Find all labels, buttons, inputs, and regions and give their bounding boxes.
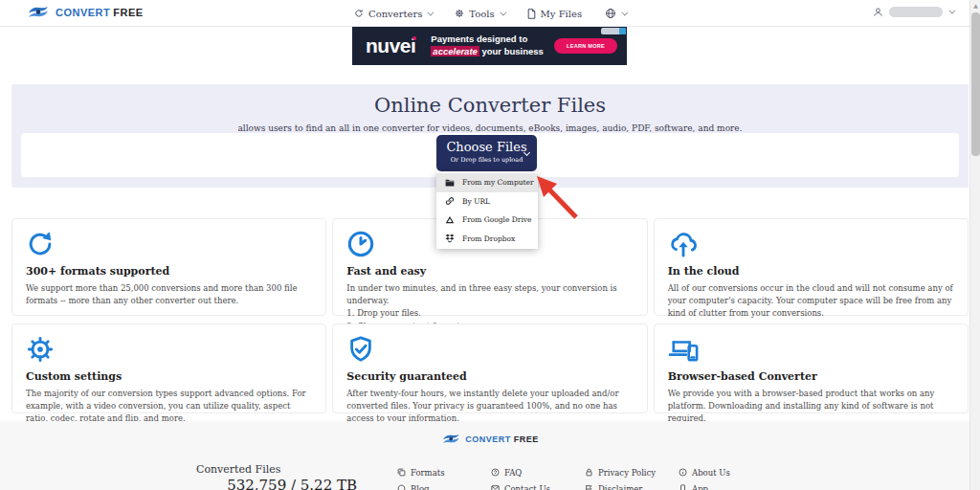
feature-card-browser: Browser-based Converter We provide you w… [654, 323, 969, 413]
ad-copy: Payments designed to accelerate your bus… [431, 33, 544, 58]
refresh-icon [26, 230, 312, 258]
footer-link-faq[interactable]: FAQ [491, 468, 585, 478]
question-circle-icon [491, 468, 500, 477]
stats-value: 532,759 / 5.22 TB [196, 477, 357, 490]
page-subtitle: allows users to find an all in one conve… [11, 123, 969, 133]
footer-logo[interactable]: CONVERTFREE [441, 433, 539, 445]
nuvei-logo: nuvei [366, 34, 415, 57]
footer-link-app[interactable]: App [679, 484, 772, 490]
feature-card-settings: Custom settings The majority of our conv… [11, 323, 326, 413]
adchoices-badge-icon[interactable] [601, 28, 626, 34]
language-selector[interactable] [605, 8, 626, 19]
globe-icon [605, 8, 616, 19]
user-account-menu[interactable] [873, 7, 953, 17]
converters-cycle-icon [354, 9, 364, 18]
page-title: Online Converter Files [11, 84, 969, 117]
footer-link-disclaimer[interactable]: Disclaimer [585, 484, 679, 490]
person-icon [873, 7, 883, 17]
lock-icon [585, 468, 593, 477]
devices-icon [668, 335, 954, 364]
top-navbar: CONVERTFREE Converters Tools [0, 0, 980, 27]
learn-more-button[interactable]: LEARN MORE [554, 38, 617, 54]
chevron-down-icon [500, 9, 506, 15]
footer-link-formats[interactable]: Formats [397, 468, 491, 478]
folder-icon [445, 178, 455, 187]
shield-check-icon [346, 335, 633, 364]
scrollbar-thumb[interactable] [971, 12, 980, 156]
chevron-down-icon [948, 8, 955, 14]
gear-icon [455, 9, 464, 18]
menu-item-from-google-drive[interactable]: From Google Drive [436, 211, 538, 230]
scrollbar-up-arrow[interactable]: ▲ [972, 2, 979, 9]
link-icon [445, 196, 455, 206]
site-logo[interactable]: CONVERTFREE [27, 5, 144, 19]
info-circle-icon [679, 468, 687, 477]
feature-card-cloud: In the cloud All of our conversions occu… [654, 218, 969, 316]
convertfree-swirl-icon [441, 433, 460, 445]
chevron-down-icon [621, 9, 628, 15]
feature-card-security: Security guaranteed After twenty-four ho… [332, 323, 647, 413]
upload-source-menu: From my Computer By URL From Google Driv… [436, 172, 538, 249]
footer-links: Formats Blog FAQ Contact Us [397, 464, 772, 490]
google-drive-icon [445, 215, 455, 224]
chat-bubble-icon [397, 484, 406, 490]
file-icon [527, 9, 536, 19]
footer-link-blog[interactable]: Blog [397, 484, 491, 490]
cloud-upload-icon [668, 230, 954, 258]
converted-files-stats: Converted Files 532,759 / 5.22 TB [196, 463, 357, 490]
red-pointer-arrow [534, 175, 584, 223]
chevron-down-icon [428, 9, 434, 15]
flag-icon [585, 484, 593, 490]
menu-item-from-my-computer[interactable]: From my Computer [436, 173, 538, 192]
footer-link-privacy[interactable]: Privacy Policy [585, 468, 679, 478]
feature-card-formats: 300+ formats supported We support more t… [11, 218, 326, 316]
menu-item-by-url[interactable]: By URL [436, 192, 538, 212]
phone-icon [679, 484, 687, 490]
footer: CONVERTFREE Converted Files 532,759 / 5.… [0, 421, 980, 490]
page-scrollbar[interactable]: ▲ [969, 0, 980, 490]
main-nav: Converters Tools My Files [354, 0, 626, 27]
username-redacted [889, 7, 943, 17]
gear-icon [26, 335, 312, 364]
convertfree-swirl-icon [27, 5, 50, 19]
nav-tools[interactable]: Tools [455, 9, 503, 19]
logo-text: CONVERTFREE [56, 7, 144, 18]
nav-my-files[interactable]: My Files [527, 9, 582, 19]
nav-converters[interactable]: Converters [354, 9, 432, 19]
footer-link-about[interactable]: About Us [679, 468, 772, 478]
formats-icon [397, 468, 406, 477]
choose-files-button[interactable]: Choose Files Or Drop files to upload [436, 135, 537, 171]
dropbox-icon [445, 234, 455, 243]
envelope-icon [491, 484, 500, 490]
footer-link-contact[interactable]: Contact Us [491, 484, 585, 490]
menu-item-from-dropbox[interactable]: From Dropbox [436, 230, 538, 249]
ad-banner[interactable]: nuvei Payments designed to accelerate yo… [352, 27, 627, 65]
